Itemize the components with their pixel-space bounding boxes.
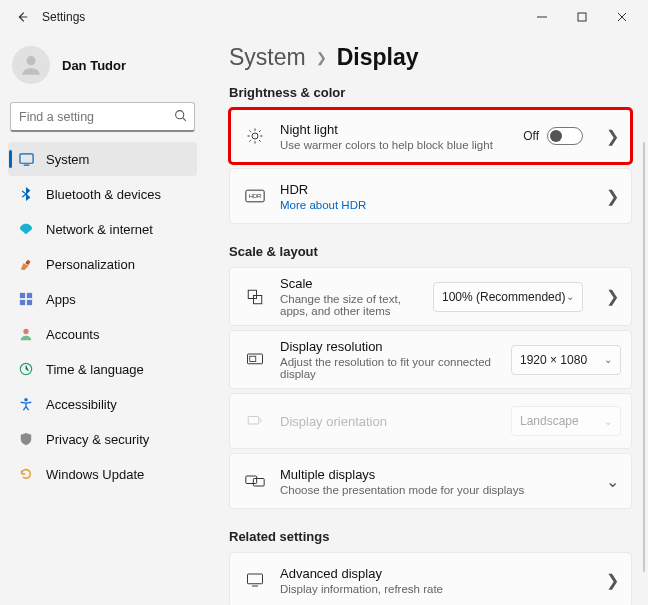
row-scale[interactable]: Scale Change the size of text, apps, and… — [229, 267, 632, 326]
breadcrumb: System ❯ Display — [229, 44, 632, 71]
sun-icon — [244, 127, 266, 145]
hdr-more-link[interactable]: More about HDR — [280, 199, 583, 211]
content: System ❯ Display Brightness & color Nigh… — [205, 34, 648, 605]
row-advanced-display[interactable]: Advanced display Display information, re… — [229, 552, 632, 605]
minimize-icon — [537, 12, 547, 22]
sidebar: Dan Tudor System Bluetooth & devices Net… — [0, 34, 205, 605]
breadcrumb-system[interactable]: System — [229, 44, 306, 71]
sidebar-item-label: System — [46, 152, 89, 167]
sidebar-item-accessibility[interactable]: Accessibility — [8, 387, 197, 421]
profile-name: Dan Tudor — [62, 58, 126, 73]
update-icon — [18, 466, 34, 482]
sidebar-item-label: Accessibility — [46, 397, 117, 412]
chevron-right-icon[interactable]: ❯ — [603, 187, 621, 206]
scale-sub: Change the size of text, apps, and other… — [280, 293, 419, 317]
row-resolution[interactable]: Display resolution Adjust the resolution… — [229, 330, 632, 389]
sidebar-item-system[interactable]: System — [8, 142, 197, 176]
scrollbar[interactable] — [643, 142, 645, 572]
accounts-icon — [18, 326, 34, 342]
night-light-toggle[interactable] — [547, 127, 583, 145]
sidebar-item-bluetooth[interactable]: Bluetooth & devices — [8, 177, 197, 211]
breadcrumb-display: Display — [337, 44, 419, 71]
chevron-down-icon: ⌄ — [566, 291, 574, 302]
chevron-right-icon[interactable]: ❯ — [603, 127, 621, 146]
sidebar-item-label: Bluetooth & devices — [46, 187, 161, 202]
close-icon — [617, 12, 627, 22]
orientation-value: Landscape — [520, 414, 579, 428]
sidebar-item-label: Time & language — [46, 362, 144, 377]
sidebar-item-label: Network & internet — [46, 222, 153, 237]
sidebar-item-label: Windows Update — [46, 467, 144, 482]
window-controls — [522, 1, 642, 33]
svg-rect-17 — [250, 356, 256, 361]
bluetooth-icon — [18, 186, 34, 202]
svg-point-1 — [26, 56, 35, 65]
svg-rect-3 — [19, 153, 32, 162]
resolution-sub: Adjust the resolution to fit your connec… — [280, 356, 497, 380]
section-scale-title: Scale & layout — [229, 244, 632, 259]
row-night-light[interactable]: Night light Use warmer colors to help bl… — [229, 108, 632, 164]
accessibility-icon — [18, 396, 34, 412]
app-title: Settings — [42, 10, 85, 24]
svg-rect-0 — [578, 13, 586, 21]
sidebar-item-update[interactable]: Windows Update — [8, 457, 197, 491]
search-wrap — [10, 102, 195, 132]
scale-value: 100% (Recommended) — [442, 290, 565, 304]
monitor-icon — [244, 351, 266, 369]
row-orientation: Display orientation Landscape ⌄ — [229, 393, 632, 449]
shield-icon — [18, 431, 34, 447]
svg-rect-14 — [248, 290, 256, 298]
section-related-title: Related settings — [229, 529, 632, 544]
sidebar-item-accounts[interactable]: Accounts — [8, 317, 197, 351]
sidebar-item-network[interactable]: Network & internet — [8, 212, 197, 246]
svg-point-11 — [252, 133, 258, 139]
resolution-value: 1920 × 1080 — [520, 353, 587, 367]
profile[interactable]: Dan Tudor — [8, 40, 197, 98]
advanced-title: Advanced display — [280, 566, 583, 581]
person-icon — [18, 52, 44, 78]
scale-dropdown[interactable]: 100% (Recommended) ⌄ — [433, 282, 583, 312]
svg-rect-21 — [248, 574, 263, 584]
row-hdr[interactable]: HDR HDR More about HDR ❯ — [229, 168, 632, 224]
sidebar-item-label: Personalization — [46, 257, 135, 272]
minimize-button[interactable] — [522, 1, 562, 33]
orientation-title: Display orientation — [280, 414, 497, 429]
night-light-toggle-wrap: Off — [523, 127, 583, 145]
row-multiple-displays[interactable]: Multiple displays Choose the presentatio… — [229, 453, 632, 509]
search-input[interactable] — [10, 102, 195, 132]
sidebar-item-personalization[interactable]: Personalization — [8, 247, 197, 281]
resolution-title: Display resolution — [280, 339, 497, 354]
nav: System Bluetooth & devices Network & int… — [8, 142, 197, 491]
svg-point-10 — [24, 398, 28, 402]
close-button[interactable] — [602, 1, 642, 33]
maximize-icon — [577, 12, 587, 22]
back-button[interactable] — [6, 1, 38, 33]
back-arrow-icon — [15, 10, 29, 24]
hdr-icon: HDR — [244, 189, 266, 203]
orientation-icon — [244, 412, 266, 430]
svg-rect-15 — [254, 295, 262, 303]
sidebar-item-privacy[interactable]: Privacy & security — [8, 422, 197, 456]
svg-point-8 — [23, 329, 28, 334]
night-light-title: Night light — [280, 122, 509, 137]
svg-rect-4 — [20, 293, 25, 298]
chevron-right-icon[interactable]: ❯ — [603, 571, 621, 590]
svg-rect-18 — [248, 417, 259, 425]
svg-rect-19 — [246, 476, 257, 484]
maximize-button[interactable] — [562, 1, 602, 33]
multi-monitor-icon — [244, 473, 266, 489]
resolution-dropdown[interactable]: 1920 × 1080 ⌄ — [511, 345, 621, 375]
sidebar-item-apps[interactable]: Apps — [8, 282, 197, 316]
chevron-down-icon[interactable]: ⌄ — [603, 472, 621, 491]
sidebar-item-label: Apps — [46, 292, 76, 307]
avatar — [12, 46, 50, 84]
apps-icon — [18, 291, 34, 307]
chevron-right-icon[interactable]: ❯ — [603, 287, 621, 306]
multiple-sub: Choose the presentation mode for your di… — [280, 484, 583, 496]
sidebar-item-label: Privacy & security — [46, 432, 149, 447]
svg-rect-5 — [27, 293, 32, 298]
sidebar-item-time[interactable]: Time & language — [8, 352, 197, 386]
search-icon — [174, 108, 187, 126]
wifi-icon — [18, 221, 34, 237]
sidebar-item-label: Accounts — [46, 327, 99, 342]
